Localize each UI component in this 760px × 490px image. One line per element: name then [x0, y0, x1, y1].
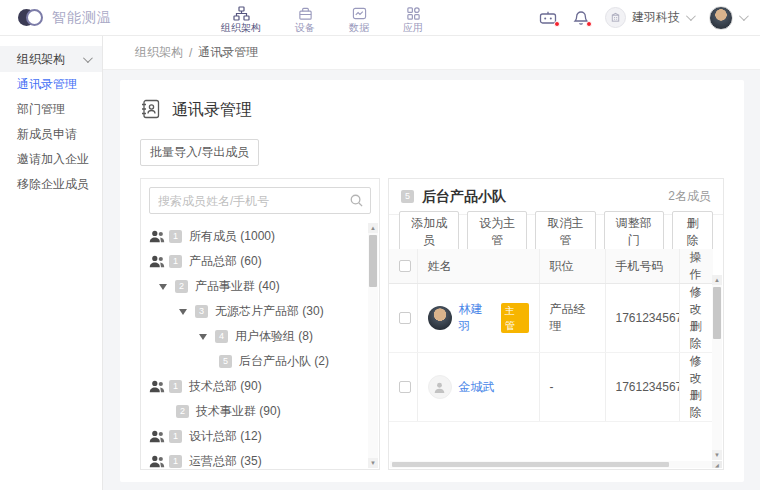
expander-triangle-icon[interactable]	[159, 284, 167, 290]
main-column: 组织架构/通讯录管理 通讯录管理 批量导入/导出成员	[103, 36, 760, 490]
row-action-link[interactable]: 修改	[690, 354, 702, 385]
select-all-checkbox[interactable]	[399, 260, 411, 272]
level-badge: 1	[169, 380, 182, 393]
operations-cell: 修改删除	[679, 353, 713, 422]
nav-label: 应用	[403, 22, 423, 33]
sidebar: 组织架构 通讯录管理部门管理新成员申请邀请加入企业移除企业成员	[0, 36, 103, 490]
tree-node-label: 技术事业群 (90)	[196, 403, 281, 420]
members-icon	[149, 230, 165, 243]
level-badge: 1	[169, 255, 182, 268]
level-badge: 1	[169, 455, 182, 468]
assistant-icon[interactable]	[539, 10, 557, 26]
scroll-up-arrow[interactable]: ▲	[712, 275, 722, 285]
tree-node[interactable]: 2产品事业群 (40)	[141, 274, 367, 299]
expander-triangle-icon[interactable]	[179, 309, 187, 315]
members-icon	[149, 430, 165, 443]
level-badge: 1	[169, 230, 182, 243]
content-area: 通讯录管理 批量导入/导出成员	[103, 70, 760, 490]
org-tree: 1所有成员 (1000)1产品总部 (60)2产品事业群 (40)3无源芯片产品…	[141, 222, 379, 469]
app-root: 智能测温 组织架构设备数据应用 建羽科技	[0, 0, 760, 490]
contact-book-icon	[140, 98, 162, 123]
level-badge: 3	[195, 305, 208, 318]
table-body: 林建羽主管产品经理17612345678修改删除金城武-17612345678修…	[389, 284, 713, 422]
org-chart-icon	[233, 6, 250, 21]
tree-node[interactable]: 5后台产品小队 (2)	[141, 349, 367, 374]
search-icon	[349, 193, 364, 211]
bell-icon[interactable]	[573, 10, 589, 26]
row-checkbox[interactable]	[399, 381, 411, 393]
search-wrap	[141, 179, 379, 222]
table-vertical-scrollbar[interactable]: ▲ ▼	[712, 275, 722, 460]
tree-node[interactable]: 2技术事业群 (90)	[141, 399, 367, 424]
device-icon	[298, 6, 313, 21]
scrollbar-thumb[interactable]	[392, 462, 669, 467]
nav-label: 数据	[349, 22, 369, 33]
operations-cell: 修改删除	[679, 284, 713, 353]
scrollbar-thumb[interactable]	[713, 287, 721, 339]
tree-node[interactable]: 1技术总部 (90)	[141, 374, 367, 399]
row-checkbox[interactable]	[399, 312, 411, 324]
members-table-zone: 姓名职位手机号码操作 林建羽主管产品经理17612345678修改删除金城武-1…	[389, 249, 723, 469]
company-name: 建羽科技	[632, 9, 680, 26]
nav-label: 组织架构	[221, 22, 261, 33]
tree-node-label: 技术总部 (90)	[189, 378, 262, 395]
members-icon	[149, 255, 165, 268]
tree-node[interactable]: 3无源芯片产品部 (30)	[141, 299, 367, 324]
apps-icon	[406, 6, 421, 21]
company-switcher[interactable]: 建羽科技	[605, 7, 693, 28]
breadcrumb: 组织架构/通讯录管理	[103, 36, 760, 70]
department-header: 5 后台产品小队 2名成员	[389, 179, 723, 215]
nav-item-device[interactable]: 设备	[295, 3, 315, 33]
chevron-down-icon	[83, 53, 93, 63]
row-action-link[interactable]: 删除	[690, 319, 702, 350]
scrollbar-thumb[interactable]	[369, 235, 377, 287]
members-icon	[149, 455, 165, 468]
org-tree-panel: 1所有成员 (1000)1产品总部 (60)2产品事业群 (40)3无源芯片产品…	[140, 178, 380, 470]
tree-node-label: 运营总部 (35)	[189, 453, 262, 469]
row-action-link[interactable]: 删除	[690, 388, 702, 419]
member-avatar	[428, 306, 452, 330]
row-action-link[interactable]: 修改	[690, 285, 702, 316]
tree-node[interactable]: 1所有成员 (1000)	[141, 224, 367, 249]
sidebar-item[interactable]: 部门管理	[0, 97, 102, 122]
action-button[interactable]: 设为主管	[467, 211, 527, 253]
action-button[interactable]: 删除	[672, 211, 713, 253]
sidebar-item[interactable]: 邀请加入企业	[0, 147, 102, 172]
member-name-link[interactable]: 林建羽	[459, 301, 494, 335]
action-button[interactable]: 添加成员	[399, 211, 459, 253]
tree-node[interactable]: 1产品总部 (60)	[141, 249, 367, 274]
action-button[interactable]: 调整部门	[604, 211, 664, 253]
breadcrumb-separator: /	[189, 46, 192, 60]
tree-node[interactable]: 1设计总部 (12)	[141, 424, 367, 449]
sidebar-item[interactable]: 移除企业成员	[0, 172, 102, 197]
user-menu[interactable]	[709, 6, 746, 30]
sidebar-item[interactable]: 新成员申请	[0, 122, 102, 147]
topbar-right: 建羽科技	[539, 6, 746, 30]
expander-triangle-icon[interactable]	[199, 334, 207, 340]
department-panel: 5 后台产品小队 2名成员 添加成员设为主管取消主管调整部门删除 姓名职位手机号…	[388, 178, 724, 470]
phone-cell: 17612345678	[605, 284, 679, 353]
action-button[interactable]: 取消主管	[535, 211, 595, 253]
batch-import-export-button[interactable]: 批量导入/导出成员	[140, 139, 259, 166]
department-level-badge: 5	[401, 190, 414, 203]
sidebar-item[interactable]: 通讯录管理	[0, 72, 102, 97]
nav-item-org-chart[interactable]: 组织架构	[221, 3, 261, 33]
scroll-down-arrow[interactable]: ▼	[712, 450, 722, 460]
nav-item-apps[interactable]: 应用	[403, 3, 423, 33]
column-header: 手机号码	[605, 249, 679, 284]
scroll-up-arrow[interactable]: ▲	[368, 223, 378, 233]
page-title: 通讯录管理	[172, 100, 252, 121]
tree-node[interactable]: 1运营总部 (35)	[141, 449, 367, 469]
member-search-input[interactable]	[149, 187, 371, 214]
member-name-link[interactable]: 金城武	[459, 379, 495, 396]
tree-scrollbar[interactable]: ▲ ▼	[368, 223, 378, 468]
nav-item-data[interactable]: 数据	[349, 3, 369, 33]
sidebar-group-org[interactable]: 组织架构	[0, 46, 102, 72]
tree-node[interactable]: 4用户体验组 (8)	[141, 324, 367, 349]
nav-label: 设备	[295, 22, 315, 33]
logo-text: 智能测温	[52, 9, 112, 27]
breadcrumb-part[interactable]: 组织架构	[135, 44, 183, 61]
department-title: 后台产品小队	[422, 188, 506, 206]
scroll-down-arrow[interactable]: ▼	[368, 458, 378, 468]
table-horizontal-scrollbar[interactable]	[390, 461, 712, 468]
